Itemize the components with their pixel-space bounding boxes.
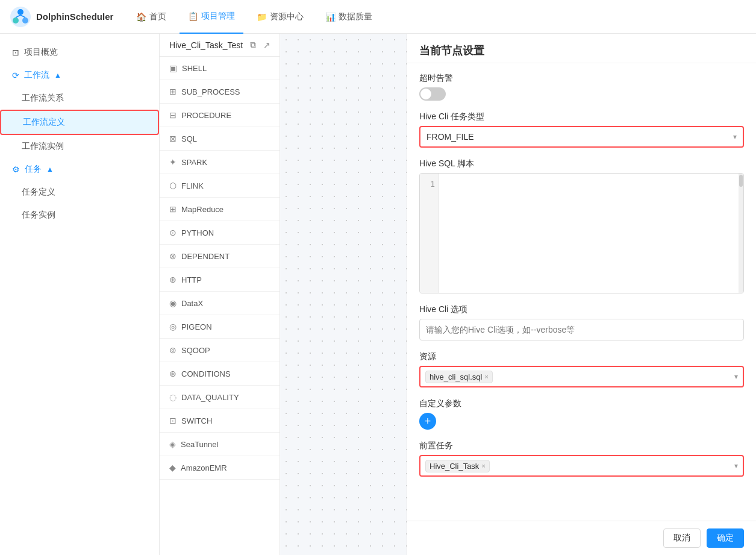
task-item-icon: ⊞: [169, 204, 177, 214]
project-icon: 📋: [188, 11, 198, 21]
task-list-item[interactable]: ⊡SWITCH: [160, 409, 280, 433]
hive-cli-options-input[interactable]: [419, 319, 744, 340]
nav-dataquality[interactable]: 📊 数据质量: [317, 0, 381, 34]
form-item-custom-params: 自定义参数 +: [419, 398, 744, 430]
task-item-icon: ▣: [169, 63, 177, 73]
sidebar-sub-workflow: 工作流关系 工作流定义 工作流实例: [0, 87, 159, 158]
sidebar-item-workflow-instances[interactable]: 工作流实例: [0, 135, 159, 158]
right-panel-body: 超时告警 Hive Cli 任务类型 FROM_FILE ▾ Hive SQL …: [407, 63, 756, 521]
form-item-hive-task-type: Hive Cli 任务类型 FROM_FILE ▾: [419, 111, 744, 148]
task-panel: Hive_Cli_Task_Test ⧉ ↗ ▣SHELL⊞SUB_PROCES…: [160, 34, 280, 555]
sidebar-section-task[interactable]: ⚙ 任务 ▲: [0, 158, 159, 181]
pre-task-tag: Hive_Cli_Task ×: [425, 460, 490, 472]
sidebar-item-workflow-definitions[interactable]: 工作流定义: [0, 110, 159, 135]
add-param-button[interactable]: +: [419, 413, 436, 430]
task-item-icon: ✦: [169, 157, 177, 167]
resource-tag-remove[interactable]: ×: [484, 373, 488, 380]
overview-icon: ⊡: [12, 48, 19, 57]
task-item-label: SQOOP: [181, 346, 210, 355]
line-number-1: 1: [423, 178, 435, 190]
task-list-item[interactable]: ⊙PYTHON: [160, 221, 280, 245]
custom-params-label: 自定义参数: [419, 398, 744, 409]
pre-task-select[interactable]: Hive_Cli_Task × ▾: [419, 455, 744, 477]
task-item-icon: ◎: [169, 322, 177, 331]
task-item-icon: ◌: [169, 392, 177, 402]
workflow-arrow-icon: ▲: [54, 71, 61, 80]
task-list-item[interactable]: ⊞MapReduce: [160, 198, 280, 221]
right-panel: 当前节点设置 超时告警 Hive Cli 任务类型 FROM_FILE ▾: [407, 34, 756, 555]
task-item-label: PYTHON: [181, 228, 214, 237]
task-item-label: CONDITIONS: [181, 369, 231, 378]
sidebar: ⊡ 项目概览 ⟳ 工作流 ▲ 工作流关系 工作流定义 工作流实例 ⚙ 任务 ▲: [0, 34, 160, 555]
logo-area: DolphinScheduler: [10, 6, 113, 28]
timeout-toggle[interactable]: [419, 87, 446, 101]
sidebar-item-workflow-relations[interactable]: 工作流关系: [0, 87, 159, 110]
task-item-icon: ⊡: [169, 416, 177, 425]
task-list-item[interactable]: ⊛CONDITIONS: [160, 362, 280, 386]
top-navigation: DolphinScheduler 🏠 首页 📋 项目管理 📁 资源中心 📊 数据…: [0, 0, 756, 34]
task-item-label: HTTP: [181, 275, 202, 284]
resource-tag: hive_cli_sql.sql ×: [425, 371, 493, 383]
task-list-item[interactable]: ◌DATA_QUALITY: [160, 386, 280, 409]
task-item-icon: ◆: [169, 463, 176, 472]
form-item-timeout: 超时告警: [419, 73, 744, 101]
form-item-hive-cli-options: Hive Cli 选项: [419, 304, 744, 340]
task-arrow-icon: ▲: [46, 165, 54, 174]
task-list-item[interactable]: ◈SeaTunnel: [160, 433, 280, 456]
nav-project[interactable]: 📋 项目管理: [180, 0, 243, 34]
sidebar-item-task-definitions[interactable]: 任务定义: [0, 181, 159, 204]
task-list-item[interactable]: ⊞SUB_PROCESS: [160, 80, 280, 104]
svg-point-2: [13, 17, 19, 24]
task-item-icon: ⊗: [169, 251, 177, 261]
sidebar-sub-task: 任务定义 任务实例: [0, 181, 159, 227]
task-list-item[interactable]: ◎PIGEON: [160, 315, 280, 339]
right-panel-footer: 取消 确定: [407, 521, 756, 555]
resource-select[interactable]: hive_cli_sql.sql × ▾: [419, 366, 744, 387]
code-editor[interactable]: 1: [419, 173, 744, 293]
task-item-label: DEPENDENT: [181, 252, 230, 261]
sidebar-section-workflow[interactable]: ⟳ 工作流 ▲: [0, 64, 159, 87]
pre-task-tag-remove[interactable]: ×: [481, 462, 485, 469]
sidebar-item-project-overview[interactable]: ⊡ 项目概览: [0, 41, 159, 64]
task-list-item[interactable]: ⬡FLINK: [160, 174, 280, 198]
task-list-item[interactable]: ✦SPARK: [160, 151, 280, 174]
sidebar-item-task-instances[interactable]: 任务实例: [0, 204, 159, 227]
task-item-label: MapReduce: [181, 205, 223, 214]
task-item-icon: ⬡: [169, 181, 177, 190]
task-list-item[interactable]: ⊕HTTP: [160, 268, 280, 292]
resource-select-arrow-icon: ▾: [734, 372, 738, 381]
hive-task-type-select[interactable]: FROM_FILE ▾: [419, 126, 744, 148]
nav-home[interactable]: 🏠 首页: [128, 0, 175, 34]
task-item-label: SeaTunnel: [181, 440, 218, 449]
code-content[interactable]: [439, 174, 739, 293]
task-list-item[interactable]: ⊠SQL: [160, 127, 280, 151]
task-item-label: SWITCH: [181, 416, 212, 425]
nav-resource[interactable]: 📁 资源中心: [248, 0, 312, 34]
task-list-item[interactable]: ◆AmazonEMR: [160, 456, 280, 480]
code-scrollbar[interactable]: [739, 174, 743, 293]
logo-text: DolphinScheduler: [36, 11, 113, 22]
task-list-item[interactable]: ◉DataX: [160, 292, 280, 315]
hive-task-type-value: FROM_FILE: [426, 132, 474, 142]
task-list-item[interactable]: ▣SHELL: [160, 57, 280, 80]
form-item-hive-sql: Hive SQL 脚本 1: [419, 158, 744, 293]
task-list-item[interactable]: ⊚SQOOP: [160, 339, 280, 362]
cancel-button[interactable]: 取消: [663, 528, 701, 548]
pre-task-tag-text: Hive_Cli_Task: [430, 462, 479, 471]
confirm-button[interactable]: 确定: [707, 528, 744, 548]
task-items-container: ▣SHELL⊞SUB_PROCESS⊟PROCEDURE⊠SQL✦SPARK⬡F…: [160, 57, 280, 480]
right-panel-title: 当前节点设置: [419, 45, 484, 57]
main-layout: ⊡ 项目概览 ⟳ 工作流 ▲ 工作流关系 工作流定义 工作流实例 ⚙ 任务 ▲: [0, 34, 756, 555]
task-item-icon: ⊙: [169, 228, 177, 237]
timeout-label: 超时告警: [419, 73, 744, 84]
task-list-item[interactable]: ⊟PROCEDURE: [160, 104, 280, 127]
task-item-label: SHELL: [182, 64, 207, 73]
task-item-icon: ◉: [169, 298, 177, 308]
task-icon: ⚙: [12, 165, 20, 174]
share-icon[interactable]: ↗: [263, 40, 270, 50]
workflow-title: Hive_Cli_Task_Test: [169, 40, 243, 50]
dataquality-icon: 📊: [325, 12, 336, 22]
code-scroll-thumb: [739, 175, 743, 187]
copy-icon[interactable]: ⧉: [250, 40, 256, 50]
task-list-item[interactable]: ⊗DEPENDENT: [160, 245, 280, 268]
